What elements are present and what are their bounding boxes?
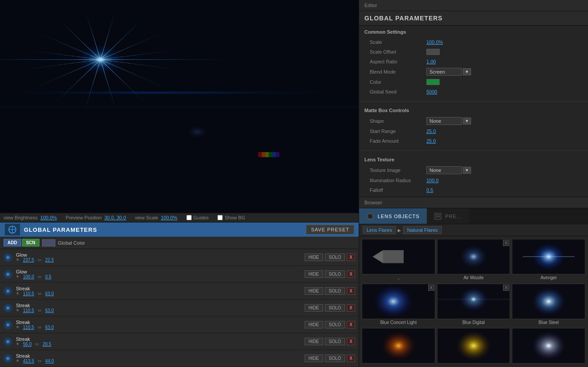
save-preset-button[interactable]: SAVE PRESET	[306, 225, 354, 234]
delete-button[interactable]: X	[347, 304, 355, 312]
shape-value[interactable]: None	[426, 117, 462, 125]
delete-button[interactable]: X	[347, 321, 355, 328]
param1-value[interactable]: 237.5	[23, 258, 34, 262]
param1-value[interactable]: 413.5	[23, 359, 34, 363]
param1-value[interactable]: 110.5	[23, 325, 34, 330]
start-range-value[interactable]: 25.0	[426, 129, 436, 134]
shape-arrow[interactable]: ▼	[463, 117, 471, 125]
falloff-value[interactable]: 0.5	[426, 187, 433, 193]
solo-button[interactable]: SOLO	[325, 338, 345, 345]
layer-panel-icon	[4, 223, 20, 236]
browser-grid-item[interactable]	[362, 328, 435, 364]
browser-grid-item[interactable]: Blue DigitalX	[437, 284, 511, 327]
hide-button[interactable]: HIDE	[305, 321, 323, 328]
show-bg-checkbox[interactable]	[217, 215, 223, 220]
scn-button[interactable]: SCN	[22, 239, 39, 246]
param1-value[interactable]: 110.5	[23, 291, 34, 296]
lens-flares-nav[interactable]: Lens Flares	[363, 226, 396, 234]
solo-button[interactable]: SOLO	[325, 270, 345, 278]
param2-value[interactable]: 63.0	[45, 291, 54, 296]
global-seed-row: Global Seed 5000	[364, 87, 583, 97]
grid-item-x-button[interactable]: X	[503, 285, 509, 291]
global-params-title: GLOBAL PARAMETERS	[359, 11, 588, 26]
solo-button[interactable]: SOLO	[325, 287, 345, 295]
browser-grid-item[interactable]: Blue Steel	[512, 284, 585, 327]
texture-image-dropdown: None ▼	[426, 166, 471, 174]
global-seed-value[interactable]: 5000	[426, 89, 437, 94]
param2-value[interactable]: 0.5	[45, 274, 51, 279]
hide-button[interactable]: HIDE	[305, 304, 323, 312]
hide-button[interactable]: HIDE	[305, 338, 323, 345]
scale-offset-swatch[interactable]	[426, 49, 440, 55]
grid-item-label: ..	[362, 274, 435, 281]
param2-value[interactable]: 63.0	[45, 325, 54, 330]
tab-presets[interactable]: PRE...	[427, 208, 469, 224]
browser-grid-item[interactable]	[437, 328, 511, 364]
layer-name: Streak	[16, 303, 305, 308]
illumination-radius-value[interactable]: 100.0	[426, 178, 439, 183]
solo-button[interactable]: SOLO	[325, 321, 345, 328]
blend-mode-arrow[interactable]: ▼	[463, 68, 471, 75]
texture-image-arrow[interactable]: ▼	[463, 167, 471, 174]
layer-actions: HIDE SOLO X	[305, 304, 355, 312]
hide-button[interactable]: HIDE	[305, 254, 323, 261]
layer-row: ✳ Streak ✳ 56.0 ▭ 20.5 HIDE SOLO X	[0, 333, 359, 350]
grid-item-x-button[interactable]: X	[428, 285, 434, 291]
solo-button[interactable]: SOLO	[325, 304, 345, 312]
texture-image-row: Texture Image None ▼	[364, 165, 583, 176]
delete-button[interactable]: X	[347, 254, 355, 261]
shape-label: Shape	[364, 118, 426, 124]
param1-value[interactable]: 56.0	[23, 342, 31, 347]
param1-value[interactable]: 100.0	[23, 274, 34, 279]
global-seed-label: Global Seed	[364, 89, 426, 94]
global-color-swatch[interactable]	[42, 239, 55, 246]
scale-param-label: Scale	[364, 39, 426, 45]
grid-item-thumbnail	[437, 328, 511, 363]
natural-flares-nav[interactable]: Natural Flares	[403, 226, 441, 234]
layer-name-area: Glow ✳ 100.0 ▭ 0.5	[16, 269, 305, 279]
add-button[interactable]: ADD	[4, 239, 21, 246]
browser-grid-item[interactable]: Avenger	[512, 239, 585, 282]
tab-lens-objects[interactable]: LENS OBJECTS	[359, 208, 427, 224]
shape-dropdown: None ▼	[426, 117, 471, 125]
position-value[interactable]: 30.0, 30.0	[104, 215, 126, 220]
layer-icon: ✳	[4, 287, 12, 296]
blend-mode-value[interactable]: Screen	[426, 68, 462, 76]
lens-objects-icon	[366, 212, 374, 220]
hide-button[interactable]: HIDE	[305, 287, 323, 295]
texture-image-value[interactable]: None	[426, 166, 462, 174]
color-swatch[interactable]	[426, 79, 440, 85]
param2-value[interactable]: 63.0	[45, 308, 54, 313]
hide-button[interactable]: HIDE	[305, 355, 323, 362]
hide-button[interactable]: HIDE	[305, 270, 323, 278]
param1-value[interactable]: 110.5	[23, 308, 34, 313]
grid-item-x-button[interactable]: X	[503, 240, 509, 246]
delete-button[interactable]: X	[347, 355, 355, 362]
param2-value[interactable]: 44.0	[45, 359, 54, 363]
browser-grid-item[interactable]: Blue Concert LightX	[362, 284, 435, 327]
delete-button[interactable]: X	[347, 270, 355, 278]
scale-param-value[interactable]: 100.0%	[426, 39, 443, 45]
browser-grid-item[interactable]	[512, 328, 585, 364]
param2-value[interactable]: 20.5	[43, 342, 51, 347]
param1-icon: ✳	[16, 274, 19, 279]
param2-icon: ▭	[38, 291, 42, 296]
brightness-value[interactable]: 100.0%	[40, 215, 57, 220]
fade-amount-value[interactable]: 25.0	[426, 138, 436, 144]
param1-icon: ✳	[16, 342, 19, 347]
delete-button[interactable]: X	[347, 338, 355, 345]
editor-header: Editor	[359, 0, 588, 11]
svg-point-4	[368, 215, 372, 218]
solo-button[interactable]: SOLO	[325, 355, 345, 362]
matte-box-section: Matte Box Controls Shape None ▼ Start Ra…	[359, 104, 588, 148]
param2-value[interactable]: 22.5	[45, 258, 54, 262]
delete-button[interactable]: X	[347, 287, 355, 295]
browser-grid-item[interactable]: ..	[362, 239, 435, 282]
preview-area	[0, 0, 359, 213]
browser-grid-item[interactable]: Air MissileX	[437, 239, 511, 282]
param1-icon: ✳	[16, 325, 19, 330]
guides-checkbox[interactable]	[186, 215, 192, 220]
solo-button[interactable]: SOLO	[325, 254, 345, 261]
aspect-ratio-value[interactable]: 1.00	[426, 59, 436, 64]
scale-value[interactable]: 100.0%	[161, 215, 177, 220]
